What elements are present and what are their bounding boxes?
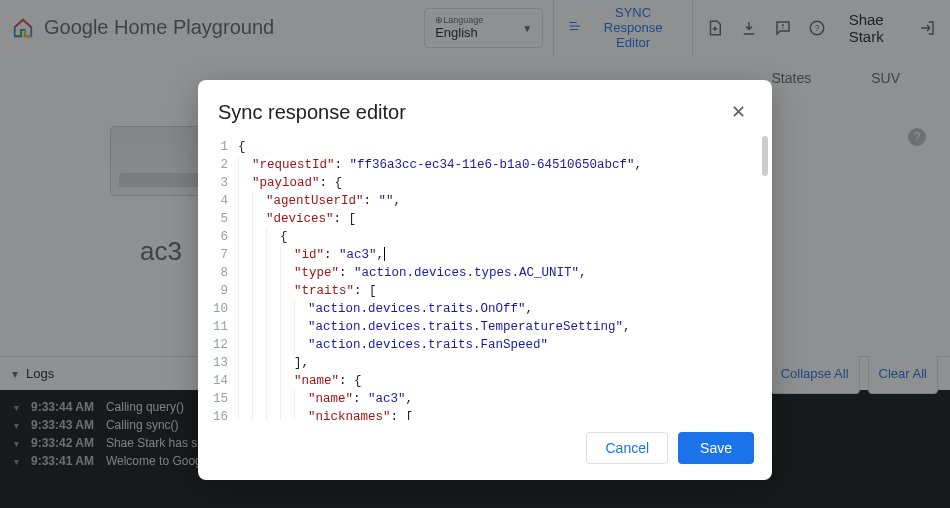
modal-title: Sync response editor [218, 101, 406, 124]
code-editor[interactable]: 12345678910111213141516 { "requestId": "… [198, 136, 772, 420]
editor-gutter: 12345678910111213141516 [204, 136, 234, 420]
editor-code[interactable]: { "requestId": "ff36a3cc-ec34-11e6-b1a0-… [234, 136, 766, 420]
save-button[interactable]: Save [678, 432, 754, 464]
cancel-button[interactable]: Cancel [586, 432, 668, 464]
close-icon[interactable]: ✕ [724, 98, 752, 126]
sync-response-editor-modal: Sync response editor ✕ 12345678910111213… [198, 80, 772, 480]
text-caret [384, 247, 385, 261]
